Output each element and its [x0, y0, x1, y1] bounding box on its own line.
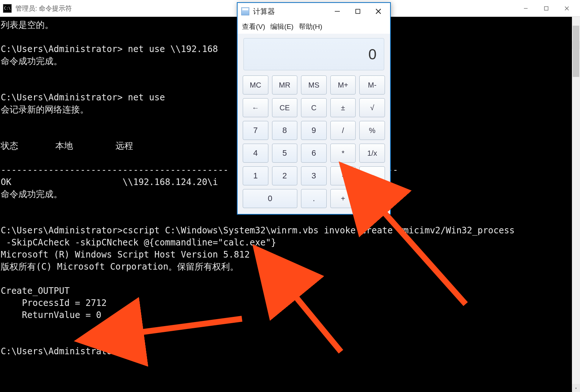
cmd-line: 版权所有(C) Microsoft Corporation。保留所有权利。: [1, 262, 239, 272]
btn-decimal[interactable]: .: [301, 189, 327, 208]
calc-menubar: 查看(V) 编辑(E) 帮助(H): [238, 20, 390, 34]
btn-subtract[interactable]: -: [330, 166, 356, 185]
btn-9[interactable]: 9: [301, 121, 327, 140]
scroll-down-icon[interactable]: ▾: [572, 384, 580, 392]
btn-5[interactable]: 5: [272, 144, 298, 163]
calc-display: 0: [243, 38, 384, 70]
cmd-line: Create_OUTPUT: [1, 286, 70, 296]
cmd-line: ReturnValue = 0: [1, 310, 102, 320]
btn-plusminus[interactable]: ±: [330, 98, 356, 117]
menu-edit[interactable]: 编辑(E): [270, 22, 293, 32]
btn-3[interactable]: 3: [301, 166, 327, 185]
btn-backspace[interactable]: ←: [243, 98, 268, 117]
btn-0[interactable]: 0: [243, 189, 297, 208]
close-button[interactable]: [557, 1, 577, 16]
btn-mplus[interactable]: M+: [330, 75, 356, 95]
cmd-line: C:\Users\Administrator>: [1, 346, 122, 356]
btn-divide[interactable]: /: [330, 121, 356, 140]
btn-ms[interactable]: MS: [301, 75, 327, 95]
cmd-line: ProcessId = 2712: [1, 298, 107, 308]
btn-4[interactable]: 4: [243, 144, 268, 163]
btn-c[interactable]: C: [301, 98, 327, 117]
btn-reciprocal[interactable]: 1/x: [359, 144, 385, 163]
cmd-line: 会记录新的网络连接。: [1, 104, 89, 115]
minimize-button[interactable]: [515, 1, 536, 16]
cmd-scrollbar[interactable]: ▴ ▾: [572, 17, 580, 392]
cmd-line: 命令成功完成。: [1, 56, 62, 66]
cmd-line: 列表是空的。: [1, 20, 54, 30]
calc-keypad: MC MR MS M+ M- ← CE C ± √ 7 8 9 / % 4 5 …: [238, 74, 390, 214]
btn-6[interactable]: 6: [301, 144, 327, 163]
btn-1[interactable]: 1: [243, 166, 268, 185]
cmd-line: 命令成功完成。: [1, 189, 62, 199]
btn-mc[interactable]: MC: [243, 75, 268, 95]
btn-add[interactable]: +: [330, 189, 356, 208]
menu-view[interactable]: 查看(V): [242, 22, 265, 32]
btn-ce[interactable]: CE: [272, 98, 298, 117]
scroll-thumb[interactable]: [573, 26, 579, 77]
cmd-line: C:\Users\Administrator> net use: [1, 92, 165, 103]
maximize-button[interactable]: [536, 1, 557, 16]
svg-rect-1: [544, 7, 548, 10]
btn-sqrt[interactable]: √: [359, 98, 385, 117]
svg-rect-5: [356, 9, 360, 13]
cmd-line: C:\Users\Administrator>cscript C:\Window…: [1, 225, 515, 236]
cmd-window-controls: [515, 1, 577, 16]
btn-multiply[interactable]: *: [330, 144, 356, 163]
cmd-icon: C:\: [3, 4, 12, 13]
cmd-line: Microsoft (R) Windows Script Host Versio…: [1, 249, 250, 260]
calc-close-button[interactable]: [368, 4, 389, 19]
cmd-line: 状态 本地 远程: [1, 141, 133, 151]
calc-maximize-button[interactable]: [348, 4, 368, 19]
calc-window-controls: [327, 4, 389, 19]
cmd-line: -SkipCAcheck -skipCNcheck @{commandline=…: [1, 237, 276, 248]
btn-mr[interactable]: MR: [272, 75, 298, 95]
menu-help[interactable]: 帮助(H): [299, 22, 322, 32]
calc-minimize-button[interactable]: [327, 4, 348, 19]
btn-mminus[interactable]: M-: [359, 75, 385, 95]
btn-7[interactable]: 7: [243, 121, 268, 140]
calculator-icon: [241, 7, 249, 15]
btn-8[interactable]: 8: [272, 121, 298, 140]
calc-titlebar[interactable]: 计算器: [238, 3, 390, 20]
btn-percent[interactable]: %: [359, 121, 385, 140]
calc-title: 计算器: [253, 7, 327, 16]
btn-2[interactable]: 2: [272, 166, 298, 185]
calculator-window[interactable]: 计算器 查看(V) 编辑(E) 帮助(H) 0 MC MR MS M+ M- ←…: [237, 2, 391, 215]
btn-equals[interactable]: =: [359, 166, 385, 208]
